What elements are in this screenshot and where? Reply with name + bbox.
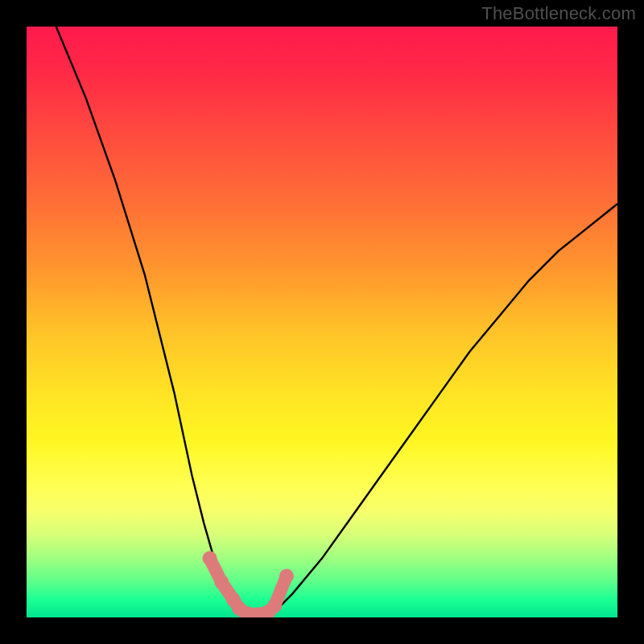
highlighted-marker-group bbox=[203, 551, 294, 617]
bottleneck-curve-line bbox=[56, 27, 617, 617]
watermark-text: TheBottleneck.com bbox=[481, 3, 636, 24]
plot-area bbox=[27, 27, 617, 617]
bottleneck-curve-svg bbox=[27, 27, 617, 617]
marker-dot bbox=[279, 569, 294, 584]
chart-frame: TheBottleneck.com bbox=[0, 0, 644, 644]
